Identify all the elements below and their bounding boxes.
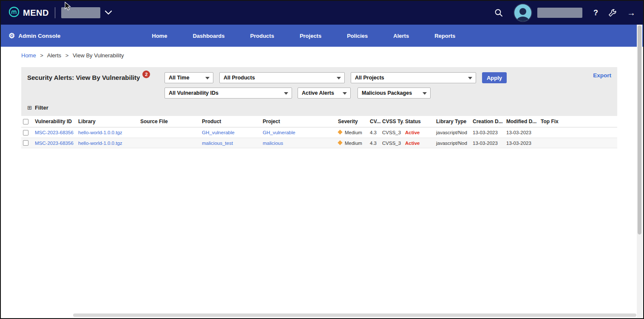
- col-severity: Severity: [336, 116, 368, 127]
- mend-logo[interactable]: MEND: [9, 6, 49, 19]
- modified-date-cell: 13-03-2023: [505, 138, 539, 148]
- col-library: Library: [77, 116, 139, 127]
- cvss-type-cell: CVSS_3: [380, 138, 403, 148]
- org-chevron-down-icon[interactable]: [105, 10, 112, 15]
- vulnerability-id-link[interactable]: MSC-2023-68356: [35, 130, 74, 135]
- product-link[interactable]: GH_vulnerable: [202, 130, 235, 135]
- creation-date-cell: 13-03-2023: [471, 127, 505, 138]
- search-icon[interactable]: [494, 8, 503, 17]
- topbar-divider: [55, 7, 55, 18]
- breadcrumb-separator: >: [65, 52, 69, 59]
- severity-cell: Medium: [336, 138, 368, 148]
- nav-item-reports[interactable]: Reports: [434, 33, 455, 39]
- col-cvss-type: CVSS Ty...: [380, 116, 403, 127]
- breadcrumb-home[interactable]: Home: [21, 52, 36, 59]
- alert-count-badge: 2: [142, 71, 150, 78]
- app-window: MEND ? →: [0, 0, 644, 319]
- table-row: MSC-2023-68356 hello-world-1.0.0.tgz mal…: [21, 138, 617, 148]
- filter-expand-icon[interactable]: ⊞: [27, 105, 32, 110]
- col-library-type: Library Type: [434, 116, 471, 127]
- nav-item-products[interactable]: Products: [250, 33, 274, 39]
- vertical-scrollbar-thumb[interactable]: [638, 25, 641, 234]
- col-creation-date: Creation D...: [471, 116, 505, 127]
- col-top-fix: Top Fix: [539, 116, 617, 127]
- nav-items: Home Dashboards Products Projects Polici…: [152, 33, 455, 39]
- table-header-row: Vulnerability ID Library Source File Pro…: [21, 116, 617, 127]
- project-link[interactable]: GH_vulnerable: [263, 130, 295, 135]
- logout-arrow-icon[interactable]: →: [627, 8, 635, 18]
- filter-label: Filter: [35, 104, 48, 111]
- modified-date-cell: 13-03-2023: [505, 127, 539, 138]
- status-badge: Active: [405, 130, 420, 135]
- cvss-type-cell: CVSS_3: [380, 127, 403, 138]
- library-type-cell: javascript/Nod: [434, 138, 471, 148]
- brand-text: MEND: [23, 8, 49, 18]
- breadcrumb: Home > Alerts > View By Vulnerability: [1, 47, 643, 64]
- row-checkbox[interactable]: [23, 140, 28, 146]
- col-status: Status: [403, 116, 434, 127]
- main-nav-bar: ⚙ Admin Console Home Dashboards Products…: [1, 25, 643, 47]
- col-modified-date: Modified D...: [505, 116, 539, 127]
- main-content: Security Alerts: View By Vulnerability 2…: [21, 67, 617, 148]
- user-avatar[interactable]: [513, 3, 532, 22]
- apply-button[interactable]: Apply: [482, 72, 507, 83]
- admin-console-button[interactable]: ⚙ Admin Console: [9, 32, 60, 40]
- mend-logo-icon: [9, 6, 20, 19]
- wrench-icon[interactable]: [608, 8, 617, 17]
- library-type-cell: javascript/Nod: [434, 127, 471, 138]
- filter-panel: Security Alerts: View By Vulnerability 2…: [21, 67, 617, 116]
- breadcrumb-separator: >: [40, 52, 43, 59]
- severity-medium-icon: [338, 130, 342, 134]
- vertical-scrollbar[interactable]: [637, 25, 642, 317]
- nav-item-dashboards[interactable]: Dashboards: [193, 33, 224, 39]
- project-link[interactable]: malicious: [263, 141, 283, 146]
- username-redacted: [537, 8, 582, 18]
- gear-icon: ⚙: [9, 32, 15, 40]
- top-fix-cell: [539, 127, 617, 138]
- product-link[interactable]: malicious_test: [202, 141, 233, 146]
- breadcrumb-alerts[interactable]: Alerts: [47, 52, 61, 59]
- table-row: MSC-2023-68356 hello-world-1.0.0.tgz GH_…: [21, 127, 617, 138]
- col-cvss-score: CV...: [368, 116, 380, 127]
- status-cell: Active: [403, 127, 434, 138]
- alert-status-dropdown[interactable]: Active Alerts: [298, 88, 351, 99]
- row-checkbox[interactable]: [23, 130, 28, 136]
- nav-item-home[interactable]: Home: [152, 33, 167, 39]
- alert-type-dropdown[interactable]: Malicious Packages: [357, 88, 431, 99]
- time-range-dropdown[interactable]: All Time: [165, 72, 213, 83]
- projects-dropdown[interactable]: All Projects: [351, 72, 476, 83]
- top-fix-cell: [539, 138, 617, 148]
- nav-item-policies[interactable]: Policies: [347, 33, 368, 39]
- help-icon[interactable]: ?: [593, 8, 598, 17]
- status-cell: Active: [403, 138, 434, 148]
- source-file-cell: [139, 138, 200, 148]
- cvss-score-cell: 4.3: [368, 127, 380, 138]
- col-product: Product: [200, 116, 261, 127]
- cvss-score-cell: 4.3: [368, 138, 380, 148]
- library-link[interactable]: hello-world-1.0.0.tgz: [78, 141, 122, 146]
- col-source-file: Source File: [139, 116, 200, 127]
- creation-date-cell: 13-03-2023: [471, 138, 505, 148]
- vulnerability-ids-dropdown[interactable]: All Vulnerability IDs: [165, 88, 292, 99]
- source-file-cell: [139, 127, 200, 138]
- export-link[interactable]: Export: [593, 72, 611, 79]
- nav-item-projects[interactable]: Projects: [300, 33, 321, 39]
- col-project: Project: [261, 116, 336, 127]
- page-title: Security Alerts: View By Vulnerability: [27, 74, 140, 81]
- select-all-checkbox[interactable]: [23, 119, 28, 124]
- severity-medium-icon: [338, 140, 342, 145]
- org-selector-redacted[interactable]: [61, 7, 100, 18]
- breadcrumb-current: View By Vulnerability: [73, 52, 124, 59]
- vulnerability-id-link[interactable]: MSC-2023-68356: [35, 141, 74, 146]
- alerts-table: Vulnerability ID Library Source File Pro…: [21, 116, 617, 148]
- admin-console-label: Admin Console: [18, 33, 60, 39]
- severity-cell: Medium: [336, 127, 368, 138]
- top-bar: MEND ? →: [1, 1, 643, 25]
- library-link[interactable]: hello-world-1.0.0.tgz: [78, 130, 122, 135]
- col-vulnerability-id: Vulnerability ID: [33, 116, 77, 127]
- status-badge: Active: [405, 141, 420, 146]
- nav-item-alerts[interactable]: Alerts: [393, 33, 409, 39]
- horizontal-scrollbar[interactable]: [73, 313, 636, 317]
- products-dropdown[interactable]: All Products: [219, 72, 345, 83]
